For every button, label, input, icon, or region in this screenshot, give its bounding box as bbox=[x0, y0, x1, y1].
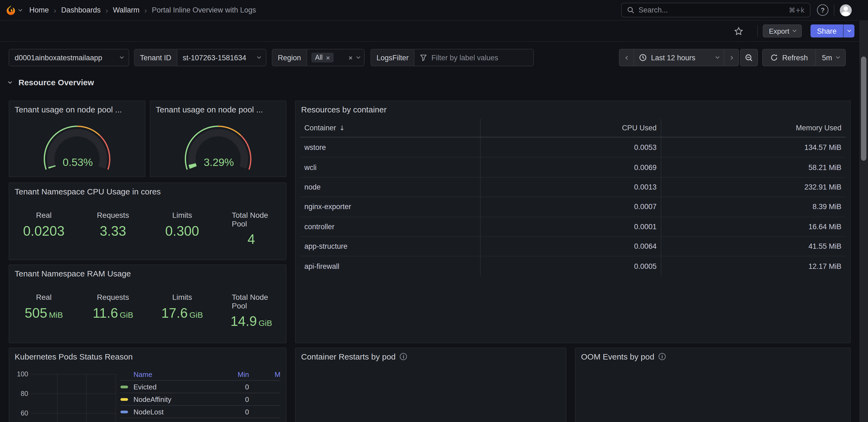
help-icon[interactable]: ? bbox=[817, 4, 828, 16]
search-field[interactable] bbox=[639, 6, 784, 14]
cell-cpu: 0.0064 bbox=[480, 237, 661, 256]
app-variable-value: d0001ainboxatestmailaapp bbox=[14, 54, 102, 62]
panel-title[interactable]: Tenant usage on node pool ... bbox=[150, 101, 286, 117]
panel-title[interactable]: Tenant Namespace CPU Usage in cores bbox=[9, 183, 286, 199]
cell-memory: 12.17 MiB bbox=[661, 257, 846, 276]
cell-container: wstore bbox=[300, 137, 480, 157]
clear-all-icon[interactable]: × bbox=[348, 54, 352, 61]
gauge: 0.53% bbox=[9, 125, 145, 171]
legend-header-min[interactable]: Min bbox=[226, 370, 257, 378]
region-variable-select[interactable]: Region All × × bbox=[272, 49, 365, 66]
region-variable-label: Region bbox=[272, 50, 307, 66]
legend-item[interactable]: Evicted 0 bbox=[120, 380, 280, 393]
table-row[interactable]: wcli 0.0069 58.21 MiB bbox=[300, 157, 846, 177]
series-min: 0 bbox=[226, 407, 257, 416]
cell-container: nginx-exporter bbox=[300, 197, 480, 217]
tenant-variable-select[interactable]: Tenant ID st-107263-1581634 bbox=[134, 49, 267, 66]
cell-memory: 41.55 MiB bbox=[661, 237, 846, 256]
app-variable-select[interactable]: d0001ainboxatestmailaapp bbox=[9, 49, 129, 66]
time-range-label: Last 12 hours bbox=[651, 54, 695, 62]
cell-cpu: 0.0005 bbox=[480, 257, 661, 276]
table-row[interactable]: controller 0.0001 16.64 MiB bbox=[300, 217, 846, 236]
panel-oom-events[interactable]: OOM Events by pod i bbox=[575, 347, 850, 422]
table-row[interactable]: app-structure 0.0064 41.55 MiB bbox=[300, 236, 846, 256]
time-shift-back-button[interactable] bbox=[620, 50, 633, 66]
table-row[interactable]: nginx-exporter 0.0007 8.39 MiB bbox=[300, 197, 846, 217]
column-header-memory[interactable]: Memory Used bbox=[661, 119, 846, 137]
legend-header-name[interactable]: Name bbox=[133, 370, 226, 378]
column-header-cpu[interactable]: CPU Used bbox=[480, 119, 661, 137]
breadcrumb-home[interactable]: Home bbox=[29, 6, 49, 14]
panel-pods-status-reason[interactable]: Kubernetes Pods Status Reason 100 80 60 … bbox=[9, 347, 286, 422]
panel-cpu-usage[interactable]: Tenant Namespace CPU Usage in cores Real… bbox=[9, 182, 286, 260]
region-chip[interactable]: All × bbox=[311, 53, 334, 62]
y-axis-tick: 100 bbox=[13, 370, 28, 378]
share-button[interactable]: Share bbox=[810, 24, 843, 37]
table-row[interactable]: api-firewall 0.0005 12.17 MiB bbox=[300, 256, 846, 276]
time-shift-forward-button[interactable] bbox=[724, 50, 738, 66]
scrollbar-thumb[interactable] bbox=[861, 56, 866, 161]
org-switcher-chevron-icon[interactable] bbox=[19, 7, 22, 11]
breadcrumb-separator: › bbox=[144, 6, 147, 15]
panel-gauge-node-pool-2[interactable]: Tenant usage on node pool ... 3.29% bbox=[150, 101, 286, 177]
scrollbar-track[interactable] bbox=[859, 21, 868, 422]
panel-container-restarts[interactable]: Container Restarts by pod i bbox=[295, 347, 566, 422]
cell-memory: 232.91 MiB bbox=[661, 177, 846, 197]
sort-desc-icon: ↓ bbox=[339, 124, 345, 132]
export-button[interactable]: Export bbox=[763, 24, 802, 37]
refresh-button[interactable]: Refresh bbox=[763, 50, 815, 66]
panel-resources-by-container[interactable]: Resources by container Container ↓ CPU U… bbox=[295, 101, 850, 343]
legend-item[interactable]: NodeLost 0 bbox=[120, 405, 280, 418]
row-resource-overview[interactable]: Resource Overview bbox=[9, 78, 859, 87]
refresh-interval-select[interactable]: 5m bbox=[815, 50, 845, 66]
info-icon[interactable]: i bbox=[659, 353, 665, 360]
legend-item[interactable]: NodeAffinity 0 bbox=[120, 393, 280, 405]
cell-memory: 134.57 MiB bbox=[661, 137, 846, 157]
panel-title[interactable]: Tenant usage on node pool ... bbox=[9, 101, 145, 117]
y-axis-tick: 80 bbox=[13, 390, 28, 398]
logs-filter-label: LogsFilter bbox=[371, 50, 415, 66]
panel-gauge-node-pool-1[interactable]: Tenant usage on node pool ... 0.53% bbox=[9, 101, 145, 177]
breadcrumb-folder[interactable]: Wallarm bbox=[113, 6, 140, 14]
zoom-out-button[interactable] bbox=[740, 49, 758, 66]
panel-title[interactable]: Resources by container bbox=[296, 101, 850, 117]
logs-filter-input[interactable] bbox=[432, 54, 524, 62]
series-min: 0 bbox=[226, 395, 257, 403]
legend-header-max[interactable]: M bbox=[257, 370, 280, 378]
column-header-container[interactable]: Container ↓ bbox=[300, 119, 480, 137]
avatar[interactable] bbox=[840, 4, 852, 16]
chip-close-icon[interactable]: × bbox=[326, 54, 330, 61]
nav-divider bbox=[834, 4, 834, 16]
star-icon[interactable] bbox=[734, 26, 744, 35]
share-menu-button[interactable] bbox=[843, 24, 855, 37]
panel-title[interactable]: OOM Events by pod i bbox=[576, 348, 850, 364]
search-icon bbox=[627, 6, 634, 13]
time-range-picker[interactable]: Last 12 hours bbox=[633, 50, 724, 66]
gauge: 3.29% bbox=[150, 125, 286, 171]
cell-container: api-firewall bbox=[300, 257, 480, 276]
panel-title[interactable]: Container Restarts by pod i bbox=[296, 348, 566, 364]
logs-filter[interactable]: LogsFilter bbox=[371, 49, 534, 66]
chevron-down-icon bbox=[120, 55, 124, 59]
cell-cpu: 0.0069 bbox=[480, 158, 661, 177]
breadcrumb-dashboards[interactable]: Dashboards bbox=[61, 6, 101, 14]
table-row[interactable]: node 0.0013 232.91 MiB bbox=[300, 177, 846, 197]
search-input[interactable]: ⌘+k bbox=[621, 3, 810, 18]
panel-ram-usage[interactable]: Tenant Namespace RAM Usage Real 505MiB R… bbox=[9, 264, 286, 343]
chevron-down-icon bbox=[793, 28, 796, 32]
info-icon[interactable]: i bbox=[400, 353, 407, 360]
cell-cpu: 0.0053 bbox=[480, 137, 661, 157]
grafana-logo-icon[interactable] bbox=[5, 5, 16, 16]
stat-total-node-pool: Total Node Pool 4 bbox=[217, 211, 286, 247]
chevron-down-icon bbox=[847, 28, 851, 32]
section-title: Resource Overview bbox=[19, 78, 94, 87]
chevron-down-icon bbox=[716, 55, 719, 59]
collapse-chevron-icon bbox=[8, 80, 12, 83]
zoom-out-icon bbox=[745, 54, 753, 62]
table-row[interactable]: wstore 0.0053 134.57 MiB bbox=[300, 137, 846, 157]
cell-memory: 58.21 MiB bbox=[661, 158, 846, 177]
tenant-variable-label: Tenant ID bbox=[134, 50, 177, 66]
filter-funnel-icon bbox=[420, 54, 427, 61]
panel-title[interactable]: Tenant Namespace RAM Usage bbox=[9, 265, 286, 281]
cell-cpu: 0.0013 bbox=[480, 177, 661, 197]
